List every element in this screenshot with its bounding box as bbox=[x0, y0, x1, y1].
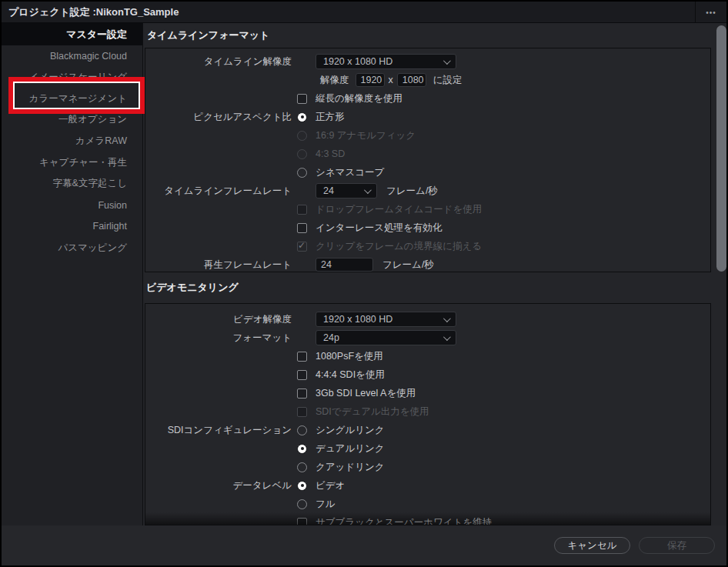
sidebar-item-master-settings[interactable]: マスター設定 bbox=[2, 23, 142, 45]
align-clips-label: クリップをフレームの境界線に揃える bbox=[316, 240, 482, 253]
check-icon: ✓ bbox=[298, 240, 306, 251]
ellipsis-icon: ••• bbox=[706, 8, 716, 17]
timeline-framerate-row: タイムラインフレームレート 24 フレーム/秒 bbox=[145, 182, 710, 200]
sdi-config-radio-dual-link[interactable] bbox=[297, 444, 307, 454]
chevron-down-icon bbox=[443, 333, 451, 341]
sidebar-item-capture-playback[interactable]: キャプチャー・再生 bbox=[2, 152, 142, 173]
sidebar-item-fairlight[interactable]: Fairlight bbox=[2, 216, 142, 238]
format-dropdown[interactable]: 24p bbox=[316, 330, 456, 345]
use-3gb-sdi-label: 3Gb SDI Level Aを使用 bbox=[316, 387, 416, 400]
pixel-aspect-radio-square[interactable] bbox=[297, 112, 307, 122]
sidebar-selected-label: マスター設定 bbox=[66, 28, 127, 42]
pixel-aspect-radio-anamorphic bbox=[297, 131, 307, 141]
sdi-config-option-label: クアッドリンク bbox=[316, 461, 385, 474]
sdi-config-option-label: デュアルリンク bbox=[316, 442, 385, 455]
section-title-video-monitoring: ビデオモニタリング bbox=[145, 272, 239, 303]
use-3gb-sdi-checkbox[interactable]: ✓ bbox=[297, 389, 307, 399]
use-1080psf-checkbox[interactable]: ✓ bbox=[297, 352, 307, 362]
sidebar-item-path-mapping[interactable]: パスマッピング bbox=[2, 237, 142, 258]
vertical-scrollbar-thumb[interactable] bbox=[716, 25, 726, 272]
chevron-down-icon bbox=[443, 315, 451, 322]
sidebar-item-camera-raw[interactable]: カメラRAW bbox=[2, 131, 142, 152]
options-menu-button[interactable]: ••• bbox=[695, 2, 726, 23]
sidebar-item-blackmagic-cloud[interactable]: Blackmagic Cloud bbox=[2, 45, 142, 67]
vertical-resolution-label: 縦長の解像度を使用 bbox=[316, 92, 402, 105]
use-dual-sdi-label: SDIでデュアル出力を使用 bbox=[316, 405, 429, 419]
vertical-resolution-row: ✓ 縦長の解像度を使用 bbox=[145, 89, 710, 108]
resolution-height-input[interactable]: 1080 bbox=[397, 73, 426, 87]
chevron-down-icon bbox=[443, 57, 451, 65]
pixel-aspect-row-anamorphic: 16:9 アナモルフィック bbox=[145, 126, 710, 145]
drop-frame-label: ドロップフレームタイムコードを使用 bbox=[316, 203, 482, 216]
pixel-aspect-option-label: 正方形 bbox=[316, 111, 345, 124]
vertical-resolution-checkbox[interactable]: ✓ bbox=[297, 94, 307, 104]
timeline-framerate-dropdown[interactable]: 24 bbox=[316, 183, 377, 198]
sidebar-item-label: Fusion bbox=[98, 200, 127, 211]
timeline-resolution-label: タイムライン解像度 bbox=[145, 55, 292, 68]
sidebar-item-color-management[interactable]: カラーマネージメント bbox=[2, 88, 142, 109]
data-levels-option-label: フル bbox=[316, 498, 336, 511]
pixel-aspect-option-label: 16:9 アナモルフィック bbox=[316, 129, 416, 142]
sidebar-item-label: パスマッピング bbox=[58, 242, 127, 255]
use-1080psf-label: 1080PsFを使用 bbox=[316, 350, 383, 363]
data-levels-row-full: フル bbox=[145, 495, 710, 513]
data-levels-row: データレベル ビデオ bbox=[145, 476, 710, 495]
save-button-label: 保存 bbox=[667, 539, 686, 552]
resolution-width-input[interactable]: 1920 bbox=[356, 73, 385, 87]
save-button[interactable]: 保存 bbox=[639, 537, 715, 554]
data-levels-radio-video[interactable] bbox=[297, 481, 307, 491]
project-settings-dialog: プロジェクト設定 :NikonTG_Sample ••• マスター設定 Blac… bbox=[0, 0, 728, 567]
cancel-button-label: キャンセル bbox=[568, 539, 617, 552]
section-title-label: ビデオモニタリング bbox=[146, 281, 239, 295]
pixel-aspect-radio-43sd bbox=[297, 149, 307, 159]
custom-resolution-label: 解像度 bbox=[320, 74, 349, 87]
custom-resolution-row: 解像度 1920 x 1080 に設定 bbox=[145, 71, 710, 89]
data-levels-option-label: ビデオ bbox=[316, 479, 345, 492]
sdi-config-row-dual: デュアルリンク bbox=[145, 439, 710, 458]
align-clips-checkbox: ✓ bbox=[297, 242, 307, 252]
pixel-aspect-row-cinemascope: シネマスコープ bbox=[145, 163, 710, 182]
timeline-framerate-value: 24 bbox=[323, 185, 334, 196]
drop-frame-row: ✓ ドロップフレームタイムコードを使用 bbox=[145, 200, 710, 218]
use-444-sdi-checkbox[interactable]: ✓ bbox=[297, 370, 307, 380]
pixel-aspect-radio-cinemascope[interactable] bbox=[297, 168, 307, 178]
title-bar: プロジェクト設定 :NikonTG_Sample bbox=[2, 2, 726, 23]
pixel-aspect-row: ピクセルアスペクト比 正方形 bbox=[145, 108, 710, 126]
drop-frame-checkbox: ✓ bbox=[297, 205, 307, 215]
interlace-row: ✓ インターレース処理を有効化 bbox=[145, 218, 710, 237]
sidebar-item-label: イメージスケーリング bbox=[29, 71, 127, 84]
timeline-resolution-row: タイムライン解像度 1920 x 1080 HD bbox=[145, 52, 710, 71]
section-title-label: タイムラインフォーマット bbox=[147, 28, 269, 42]
interlace-label: インターレース処理を有効化 bbox=[316, 222, 442, 235]
format-row: フォーマット 24p bbox=[145, 329, 710, 347]
sidebar-item-subtitles-transcription[interactable]: 字幕&文字起こし bbox=[2, 173, 142, 195]
chevron-down-icon bbox=[364, 186, 372, 194]
retain-subblack-checkbox[interactable]: ✓ bbox=[297, 518, 307, 526]
resolution-separator: x bbox=[389, 75, 393, 85]
dialog-footer: キャンセル 保存 bbox=[2, 525, 726, 565]
sidebar-item-image-scaling[interactable]: イメージスケーリング bbox=[2, 67, 142, 88]
video-resolution-dropdown[interactable]: 1920 x 1080 HD bbox=[316, 312, 456, 327]
video-resolution-label: ビデオ解像度 bbox=[145, 313, 292, 326]
timeline-resolution-dropdown[interactable]: 1920 x 1080 HD bbox=[316, 54, 456, 69]
sidebar-item-label: Fairlight bbox=[93, 221, 127, 232]
sidebar-item-label: カメラRAW bbox=[75, 135, 127, 148]
sidebar-item-label: Blackmagic Cloud bbox=[50, 51, 127, 62]
playback-framerate-unit: フレーム/秒 bbox=[382, 258, 434, 272]
interlace-checkbox[interactable]: ✓ bbox=[297, 223, 307, 233]
cancel-button[interactable]: キャンセル bbox=[554, 537, 630, 554]
align-clips-row: ✓ クリップをフレームの境界線に揃える bbox=[145, 237, 710, 255]
sidebar-item-general-options[interactable]: 一般オプション bbox=[2, 109, 142, 131]
video-resolution-row: ビデオ解像度 1920 x 1080 HD bbox=[145, 310, 710, 329]
sidebar-item-fusion[interactable]: Fusion bbox=[2, 195, 142, 216]
playback-framerate-row: 再生フレームレート 24 フレーム/秒 bbox=[145, 255, 710, 274]
playback-framerate-input[interactable]: 24 bbox=[316, 258, 373, 272]
sdi-config-option-label: シングルリンク bbox=[316, 424, 385, 437]
timeline-framerate-label: タイムラインフレームレート bbox=[145, 185, 292, 198]
pixel-aspect-option-label: シネマスコープ bbox=[316, 166, 384, 179]
sdi-config-row-quad: クアッドリンク bbox=[145, 458, 710, 476]
sdi-config-radio-single-link[interactable] bbox=[297, 425, 307, 435]
data-levels-radio-full[interactable] bbox=[297, 499, 307, 509]
sdi-config-radio-quad-link[interactable] bbox=[297, 462, 307, 472]
format-label: フォーマット bbox=[145, 332, 292, 345]
